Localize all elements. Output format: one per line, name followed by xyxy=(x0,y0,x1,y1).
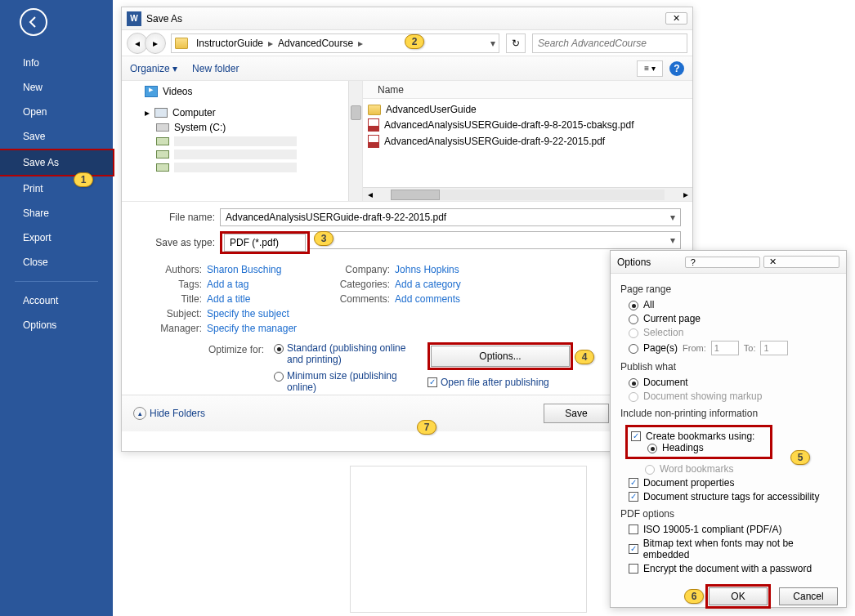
bs-saveas[interactable]: Save As xyxy=(0,149,114,176)
pub-markup-radio xyxy=(629,392,638,402)
crumb-sep xyxy=(356,38,365,49)
crumb-sep xyxy=(266,38,275,49)
iso-checkbox[interactable] xyxy=(629,524,638,534)
bs-share[interactable]: Share xyxy=(0,201,113,225)
file-row[interactable]: AdvancedAnalysisUSERGuide-draft-9-22-201… xyxy=(368,133,687,150)
company-label: Company: xyxy=(321,264,390,275)
tree-drive-hidden-1[interactable] xyxy=(128,135,356,148)
type-label: Save as type: xyxy=(133,237,215,248)
tags-value[interactable]: Add a tag xyxy=(207,279,248,290)
title-label: Title: xyxy=(133,293,202,305)
annotation-7: 7 xyxy=(417,420,436,435)
title-value[interactable]: Add a title xyxy=(207,293,250,305)
to-input[interactable]: 1 xyxy=(760,341,788,355)
options-cancel-button[interactable]: Cancel xyxy=(779,587,838,605)
open-after-checkbox[interactable] xyxy=(428,377,437,387)
dialog-title: Save As xyxy=(146,13,665,25)
categories-value[interactable]: Add a category xyxy=(395,279,461,290)
save-as-dialog: W Save As ✕ ◂ ▸ InstructorGuide Advanced… xyxy=(121,7,693,452)
file-row[interactable]: AdvancedUserGuide xyxy=(368,102,687,117)
doc-props-label: Document properties xyxy=(643,477,734,489)
optimize-label: Optimize for: xyxy=(133,342,264,355)
close-button[interactable]: ✕ xyxy=(665,12,687,25)
save-type-dropdown[interactable]: PDF (*.pdf) xyxy=(224,234,306,252)
tags-label: Tags: xyxy=(133,279,202,290)
crumb-1[interactable]: InstructorGuide xyxy=(193,38,266,49)
col-name[interactable]: Name xyxy=(378,84,692,96)
subject-value[interactable]: Specify the subject xyxy=(207,308,289,319)
tree-system-c[interactable]: System (C:) xyxy=(128,120,356,135)
range-selection-radio xyxy=(629,328,638,338)
tree-drive-hidden-3[interactable] xyxy=(128,161,356,174)
subject-label: Subject: xyxy=(133,308,202,319)
filename-input[interactable]: AdvancedAnalysisUSERGuide-draft-9-22-201… xyxy=(220,208,681,226)
network-drive-icon xyxy=(156,163,169,172)
bm-headings-radio[interactable] xyxy=(647,444,657,453)
doc-props-checkbox[interactable] xyxy=(629,478,638,488)
opt-standard-radio[interactable] xyxy=(274,344,284,354)
bs-account[interactable]: Account xyxy=(0,288,113,313)
annotation-4: 4 xyxy=(575,350,594,364)
opt-minimum-radio[interactable] xyxy=(274,372,284,382)
tree-drive-hidden-2[interactable] xyxy=(128,148,356,161)
drive-icon xyxy=(156,123,169,132)
bs-new[interactable]: New xyxy=(0,75,113,100)
breadcrumb[interactable]: InstructorGuide AdvancedCourse ▾ xyxy=(171,33,499,53)
options-button[interactable]: Options... xyxy=(431,346,570,367)
open-after-label: Open file after publishing xyxy=(441,377,549,388)
search-input[interactable] xyxy=(532,33,687,53)
bs-close[interactable]: Close xyxy=(0,250,113,275)
range-all-radio[interactable] xyxy=(629,301,638,310)
save-type-dropdown-ext[interactable] xyxy=(310,231,681,249)
bs-open[interactable]: Open xyxy=(0,100,113,124)
file-list-scrollbar[interactable]: ◂ ▸ xyxy=(363,187,692,201)
nav-forward-button[interactable]: ▸ xyxy=(145,33,166,54)
tree-computer[interactable]: ▸Computer xyxy=(128,105,356,120)
create-bookmarks-checkbox[interactable] xyxy=(631,431,641,441)
range-selection-label: Selection xyxy=(643,327,683,338)
options-close-button[interactable]: ✕ xyxy=(763,256,839,268)
ok-button[interactable]: OK xyxy=(709,587,768,605)
doc-tags-checkbox[interactable] xyxy=(629,492,638,502)
encrypt-checkbox[interactable] xyxy=(629,564,638,574)
organize-menu[interactable]: Organize ▾ xyxy=(130,63,177,74)
categories-label: Categories: xyxy=(321,279,390,290)
pdf-options-group: PDF options xyxy=(620,508,836,520)
pub-document-radio[interactable] xyxy=(629,378,638,388)
bs-save[interactable]: Save xyxy=(0,124,113,149)
opt-minimum-label: Minimum size (publishing online) xyxy=(287,370,410,393)
options-help-button[interactable]: ? xyxy=(685,257,761,268)
range-current-radio[interactable] xyxy=(629,315,638,324)
pub-document-label: Document xyxy=(643,377,688,388)
titlebar: W Save As ✕ xyxy=(122,7,692,30)
network-drive-icon xyxy=(156,150,169,158)
opt-standard-label: Standard (publishing online and printing… xyxy=(287,342,410,365)
refresh-button[interactable]: ↻ xyxy=(506,33,526,53)
network-drive-icon xyxy=(156,137,169,145)
view-dropdown[interactable]: ≡ ▾ xyxy=(637,60,663,77)
save-button[interactable]: Save xyxy=(544,404,609,423)
range-pages-radio[interactable] xyxy=(629,344,638,354)
bs-export[interactable]: Export xyxy=(0,225,113,250)
iso-label: ISO 19005-1 compliant (PDF/A) xyxy=(643,524,781,535)
hide-folders-toggle[interactable]: ▴Hide Folders xyxy=(133,407,205,420)
tree-scrollbar[interactable] xyxy=(348,81,362,201)
folder-icon xyxy=(175,38,188,49)
bitmap-checkbox[interactable] xyxy=(629,544,638,554)
crumb-2[interactable]: AdvancedCourse xyxy=(275,38,356,49)
company-value[interactable]: Johns Hopkins xyxy=(395,264,459,275)
back-button[interactable] xyxy=(20,8,47,36)
comments-value[interactable]: Add comments xyxy=(395,293,460,305)
file-row[interactable]: AdvancedAnalysisUSERGuide-draft-9-8-2015… xyxy=(368,117,687,133)
bs-info[interactable]: Info xyxy=(0,51,113,75)
help-icon[interactable]: ? xyxy=(669,61,684,76)
authors-value[interactable]: Sharon Busching xyxy=(207,264,281,275)
to-label: To: xyxy=(744,343,756,353)
bs-print[interactable]: Print xyxy=(0,176,113,201)
new-folder-button[interactable]: New folder xyxy=(192,63,239,74)
tree-videos[interactable]: Videos xyxy=(128,84,356,99)
bs-options[interactable]: Options xyxy=(0,313,113,337)
folder-tree: Videos ▸Computer System (C:) xyxy=(122,81,363,201)
manager-value[interactable]: Specify the manager xyxy=(207,323,297,334)
from-input[interactable]: 1 xyxy=(711,341,739,355)
